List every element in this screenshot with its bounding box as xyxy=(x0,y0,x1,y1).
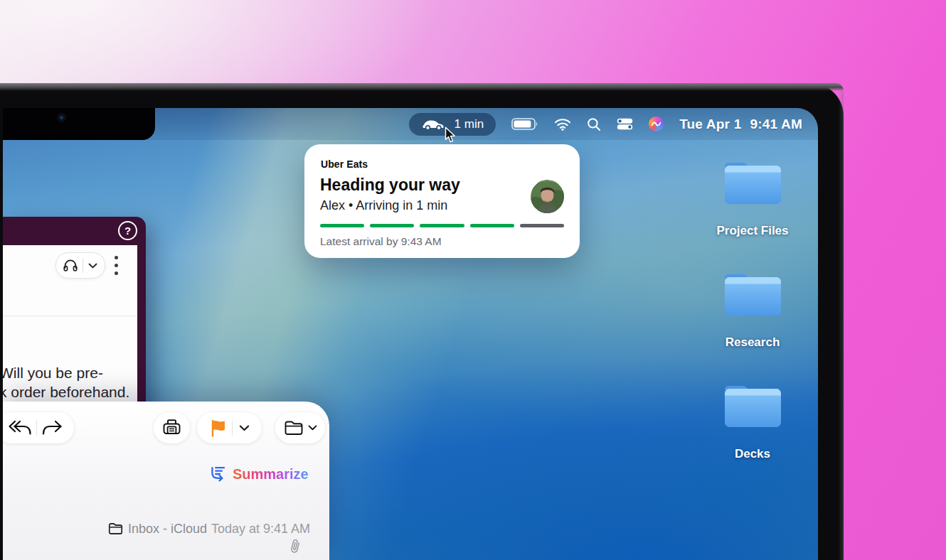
control-center-icon[interactable] xyxy=(617,118,633,130)
document-divider xyxy=(3,316,137,316)
folder-icon xyxy=(723,384,783,429)
notification-title: Heading your way xyxy=(320,176,460,195)
mouse-cursor xyxy=(445,126,457,144)
car-icon xyxy=(421,118,445,131)
folder-icon xyxy=(723,161,783,206)
siri-swirl xyxy=(650,118,662,130)
mailbox-label[interactable]: Inbox - iCloud xyxy=(128,522,207,537)
notification-footer: Latest arrival by 9:43 AM xyxy=(320,235,442,248)
more-options-icon[interactable] xyxy=(115,256,118,279)
timestamp-label: Today at 9:41 AM xyxy=(211,522,310,537)
eta-label: 1 min xyxy=(455,117,484,131)
marketing-background: 1 min xyxy=(0,0,946,560)
date-label: Tue Apr 1 xyxy=(679,117,741,132)
macbook-screen: 1 min xyxy=(3,108,818,560)
summarize-button[interactable]: Summarize xyxy=(209,465,309,483)
help-button[interactable]: ? xyxy=(118,221,137,240)
search-icon[interactable] xyxy=(587,117,601,131)
mailbox-folder-icon xyxy=(108,522,123,535)
notification-subtitle: Alex • Arriving in 1 min xyxy=(320,198,447,213)
battery-icon[interactable] xyxy=(511,117,538,131)
desktop-folder-research[interactable]: Research xyxy=(699,272,806,350)
reply-all-icon[interactable] xyxy=(6,419,32,437)
menu-bar: 1 min xyxy=(155,108,818,140)
pill-divider xyxy=(36,420,37,436)
notification-app-name: Uber Eats xyxy=(321,158,368,170)
folder-label: Project Files xyxy=(699,224,806,238)
printer-icon xyxy=(162,419,181,438)
pill-divider xyxy=(83,259,83,273)
flag-button-group xyxy=(197,412,262,443)
mail-action-panel: Summarize Inbox - iCloud Today at 9:41 A… xyxy=(3,402,329,560)
chevron-down-icon xyxy=(308,425,317,431)
camera-dot-icon xyxy=(57,113,66,122)
summarize-icon xyxy=(209,465,227,483)
chevron-down-icon[interactable] xyxy=(239,425,250,431)
headphones-icon xyxy=(63,259,78,272)
chevron-down-icon xyxy=(88,263,97,269)
flag-icon[interactable] xyxy=(210,419,225,437)
uber-eats-notification[interactable]: Uber Eats Heading your way Alex • Arrivi… xyxy=(304,144,580,258)
attachment-paperclip-icon xyxy=(287,537,302,556)
move-to-folder-button[interactable] xyxy=(275,412,325,443)
folder-label: Decks xyxy=(699,447,806,461)
summarize-label: Summarize xyxy=(233,466,309,483)
progress-track xyxy=(320,224,564,227)
folder-outline-icon xyxy=(284,420,304,436)
courier-avatar xyxy=(531,180,564,213)
menu-bar-clock[interactable]: Tue Apr 1 9:41 AM xyxy=(679,117,802,132)
siri-icon[interactable] xyxy=(649,117,664,131)
reply-forward-button-group xyxy=(3,412,74,443)
folder-label: Research xyxy=(699,335,806,350)
message-meta-row: Inbox - iCloud Today at 9:41 AM xyxy=(3,521,329,538)
display-notch xyxy=(3,108,155,140)
time-label: 9:41 AM xyxy=(750,117,802,132)
desktop-folder-project-files[interactable]: Project Files xyxy=(699,161,806,238)
survey-question-text: Will you be pre- k order beforehand. xyxy=(3,363,129,402)
wifi-icon[interactable] xyxy=(554,118,571,131)
pill-divider xyxy=(232,420,233,436)
folder-icon xyxy=(723,272,783,318)
print-button[interactable] xyxy=(154,412,190,443)
forward-icon[interactable] xyxy=(41,419,64,437)
desktop-folder-decks[interactable]: Decks xyxy=(699,384,806,461)
audio-dropdown-button[interactable] xyxy=(55,252,105,279)
